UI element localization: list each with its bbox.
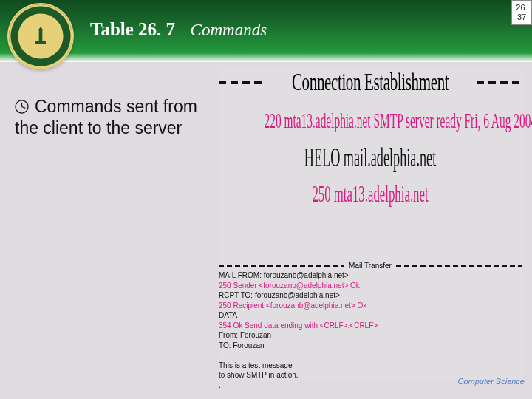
slide-root: Table 26. 7 Commands 26. 37 Commands sen… <box>0 0 532 399</box>
svg-rect-0 <box>39 30 43 41</box>
mail-transfer-row: From: Forouzan <box>219 330 522 341</box>
mail-transfer-rows: MAIL FROM: forouzanb@adelphia.net>250 Se… <box>219 270 522 390</box>
dash-left <box>219 81 264 84</box>
dash-left-2 <box>219 265 344 267</box>
dash-right-2 <box>396 265 522 267</box>
dash-right <box>477 81 522 84</box>
page-chapter: 26. <box>516 3 527 13</box>
mail-transfer-row <box>219 350 522 361</box>
mail-transfer-row: 250 Sender <forouzanb@adelphia.net> Ok <box>219 281 522 291</box>
smtp-helo-line: HELO mail.adelphia.net <box>265 143 477 174</box>
bullet-block: Commands sent from the client to the ser… <box>15 96 207 139</box>
figure-section-label: Connection Establishment <box>292 69 449 97</box>
smtp-220-line: 220 mta13.adelphia.net SMTP server ready… <box>265 108 477 134</box>
mail-transfer-row: MAIL FROM: forouzanb@adelphia.net> <box>219 270 522 281</box>
svg-rect-1 <box>35 41 46 44</box>
mail-transfer-row: This is a test message <box>219 361 522 371</box>
figure-header-separator: Connection Establishment <box>219 71 522 94</box>
bullet-line2: the client to the server <box>15 117 207 139</box>
tower-icon <box>30 26 51 47</box>
table-ref: Table 26. 7 <box>90 19 175 39</box>
crest-inner <box>24 20 57 52</box>
footer-logo-text: Computer Science <box>458 377 525 386</box>
mail-transfer-row: TO: Forouzan <box>219 341 522 351</box>
footer-logo: Computer Science <box>442 377 525 392</box>
svg-marker-2 <box>38 27 44 30</box>
page-number: 37 <box>517 13 526 22</box>
slide-title: Table 26. 7 Commands <box>90 19 267 40</box>
page-number-box: 26. 37 <box>511 0 532 25</box>
mail-transfer-row: RCPT TO: forouzanb@adelphia.net> <box>219 290 522 301</box>
table-title: Commands <box>191 21 267 39</box>
clock-bullet-icon <box>15 100 29 114</box>
mail-transfer-label: Mail Transfer <box>349 261 392 271</box>
mail-transfer-row: 354 Ok Send data ending with <CRLF>.<CRL… <box>219 321 522 331</box>
mail-transfer-block: Mail Transfer MAIL FROM: forouzanb@adelp… <box>219 261 522 391</box>
svg-line-5 <box>22 107 26 109</box>
university-crest <box>9 4 72 68</box>
bullet-line1: Commands sent from <box>35 97 197 116</box>
mail-transfer-header: Mail Transfer <box>219 261 522 271</box>
smtp-250-line: 250 mta13.adelphia.net <box>265 180 477 207</box>
mail-transfer-row: 250 Recipient <forouzanb@adelphia.net> O… <box>219 301 522 311</box>
mail-transfer-row: DATA <box>219 310 522 321</box>
